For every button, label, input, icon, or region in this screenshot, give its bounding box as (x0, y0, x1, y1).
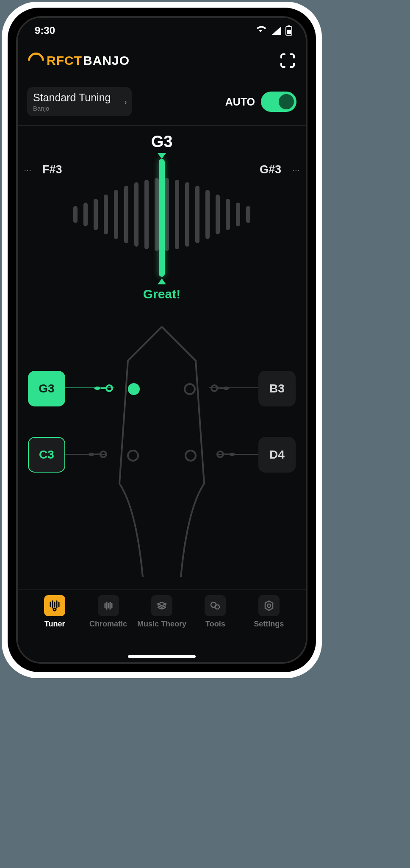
brand-logo: RFCT BANJO (28, 53, 130, 69)
peg-dot-c3 (127, 450, 139, 462)
string-button-g3[interactable]: G3 (28, 371, 65, 406)
headstock-area: G3 C3 B3 D4 (18, 314, 306, 590)
nav-theory-label: Music Theory (137, 620, 186, 629)
peg-dot-g3 (128, 383, 140, 395)
status-bar: 9:30 (18, 18, 306, 43)
svg-point-11 (267, 604, 271, 607)
bottom-nav: Tuner Chromatic Music Theory (18, 590, 306, 662)
svg-point-6 (217, 451, 223, 457)
tuning-sub: Banjo (33, 105, 111, 112)
pointer-up-icon (158, 278, 166, 284)
nav-settings-label: Settings (254, 620, 284, 629)
svg-point-9 (215, 605, 219, 609)
high-note-label: G#3 (260, 163, 281, 176)
peg-dot-d4 (185, 450, 197, 462)
string-button-b3[interactable]: B3 (258, 371, 296, 406)
auto-label: AUTO (225, 96, 255, 108)
fullscreen-button[interactable] (280, 53, 296, 69)
status-icons (257, 25, 292, 36)
nav-tools[interactable]: Tools (188, 595, 242, 651)
current-note: G3 (18, 133, 306, 151)
svg-point-4 (100, 451, 106, 457)
toggle-knob (279, 94, 294, 109)
nav-chromatic-label: Chromatic (89, 620, 127, 629)
chromatic-icon (98, 595, 119, 616)
peg-dot-b3 (184, 383, 196, 395)
controls-row: Standard Tuning Banjo › AUTO (18, 87, 306, 116)
meter-indicator (159, 159, 165, 277)
meter-dots-left: ··· (24, 165, 31, 176)
app-header: RFCT BANJO (18, 47, 306, 75)
svg-point-7 (53, 608, 56, 611)
peg-icon-b3 (208, 382, 232, 395)
device-screen-wrap: 9:30 RFCT BANJO Standard Tuni (16, 16, 308, 664)
peg-icon-g3 (91, 382, 116, 395)
svg-point-5 (211, 385, 217, 391)
app-screen: 9:30 RFCT BANJO Standard Tuni (18, 18, 306, 662)
meter-dots-right: ··· (292, 165, 300, 176)
tuner-icon (44, 595, 65, 616)
home-indicator[interactable] (128, 655, 196, 658)
meter-feedback: Great! (18, 287, 306, 301)
nav-tools-label: Tools (205, 620, 225, 629)
nav-tuner-label: Tuner (44, 620, 65, 629)
nav-chromatic[interactable]: Chromatic (81, 595, 135, 651)
status-time: 9:30 (35, 25, 55, 36)
brand-rest: BANJO (83, 53, 130, 68)
theory-icon (151, 595, 172, 616)
wifi-icon (257, 26, 268, 35)
low-note-label: F#3 (42, 163, 62, 176)
svg-marker-10 (265, 601, 273, 610)
device-frame: 9:30 RFCT BANJO Standard Tuni (2, 2, 322, 678)
signal-icon (272, 26, 281, 35)
brand-mark-icon (25, 49, 47, 72)
auto-toggle[interactable] (261, 92, 296, 112)
nav-settings[interactable]: Settings (242, 595, 296, 651)
svg-rect-2 (287, 30, 291, 34)
tuning-label: Standard Tuning (33, 92, 111, 104)
tuning-selector[interactable]: Standard Tuning Banjo › (27, 87, 132, 116)
string-button-d4[interactable]: D4 (258, 437, 296, 473)
settings-icon (258, 595, 280, 616)
peg-icon-c3 (86, 448, 110, 461)
nav-theory[interactable]: Music Theory (135, 595, 188, 651)
peg-icon-d4 (213, 448, 238, 461)
brand-accent: RFCT (47, 53, 82, 68)
nav-tuner[interactable]: Tuner (28, 595, 81, 651)
svg-point-3 (106, 385, 112, 391)
chevron-right-icon: › (124, 97, 127, 107)
pointer-down-icon (158, 153, 166, 159)
string-button-c3[interactable]: C3 (28, 437, 65, 473)
auto-group: AUTO (225, 92, 296, 112)
divider (18, 125, 306, 126)
tuning-meter: G3 ··· ··· F#3 G#3 Great! (18, 132, 306, 314)
device-bezel: 9:30 RFCT BANJO Standard Tuni (8, 8, 316, 672)
svg-rect-1 (288, 25, 290, 27)
tools-icon (205, 595, 226, 616)
battery-icon (285, 25, 292, 36)
